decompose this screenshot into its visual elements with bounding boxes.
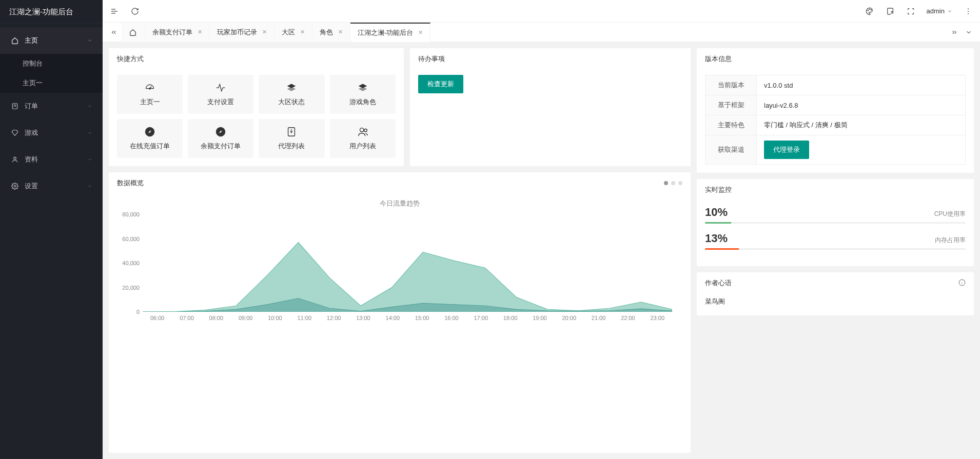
shortcut-stack[interactable]: 游戏角色	[330, 75, 396, 114]
version-value: layui-v2.6.8	[757, 95, 966, 115]
stack-icon	[285, 83, 298, 93]
shortcut-pulse[interactable]: 支付设置	[188, 75, 253, 114]
shortcuts-card: 快捷方式 主页一支付设置大区状态游戏角色在线充值订单余额支付订单代理列表用户列表	[109, 48, 404, 166]
fullscreen-icon[interactable]	[906, 7, 915, 16]
todo-card: 待办事项 检查更新	[410, 48, 691, 166]
tab-zone[interactable]: 大区✕	[275, 23, 312, 42]
chevron-down-icon	[87, 156, 92, 164]
dot[interactable]	[664, 181, 668, 185]
info-icon[interactable]	[958, 279, 966, 288]
monitor-card: 实时监控 10%CPU使用率13%内存占用率	[697, 179, 974, 266]
version-value: v1.0.0 std	[757, 75, 966, 95]
shortcut-label: 在线充值订单	[130, 142, 170, 151]
agent-login-button[interactable]: 代理登录	[764, 141, 809, 159]
shortcut-gauge[interactable]: 主页一	[117, 75, 183, 114]
svg-marker-19	[358, 87, 367, 91]
svg-marker-17	[287, 87, 296, 91]
close-icon[interactable]: ✕	[262, 29, 267, 35]
chevron-down-icon	[87, 183, 92, 190]
traffic-chart: 020,00040,00060,00080,000	[143, 214, 672, 312]
carousel-dots[interactable]	[664, 181, 682, 185]
stack-icon	[357, 83, 369, 93]
tabs-bar: 余额支付订单✕ 玩家加币记录✕ 大区✕ 角色✕ 江湖之澜-功能后台✕	[103, 23, 980, 42]
x-tick-label: 19:00	[525, 315, 554, 321]
x-tick-label: 09:00	[231, 315, 260, 321]
nav-sub-console[interactable]: 控制台	[0, 54, 103, 73]
monitor-label: 内存占用率	[935, 236, 966, 245]
version-key: 获取渠道	[705, 135, 757, 165]
x-tick-label: 17:00	[466, 315, 496, 321]
svg-point-26	[360, 128, 363, 131]
chart-title: 今日流量趋势	[117, 199, 682, 208]
nav-item-home[interactable]: 主页	[0, 27, 103, 54]
file-icon	[11, 103, 18, 110]
shortcut-label: 主页一	[140, 97, 160, 107]
svg-point-27	[364, 129, 367, 132]
home-icon	[129, 29, 136, 36]
x-tick-label: 23:00	[643, 315, 672, 321]
close-icon[interactable]: ✕	[198, 29, 202, 35]
card-title: 数据概览	[117, 178, 144, 188]
user-menu[interactable]: admin	[927, 7, 952, 15]
version-key: 主要特色	[705, 115, 757, 135]
tabs-menu-button[interactable]	[962, 23, 976, 42]
monitor-item: 10%CPU使用率	[705, 206, 966, 224]
users-icon	[357, 127, 369, 137]
close-icon[interactable]: ✕	[300, 29, 305, 35]
tab-home[interactable]	[121, 23, 145, 42]
dot[interactable]	[678, 181, 682, 185]
author-link[interactable]: 菜鸟阁	[697, 294, 974, 315]
version-key: 基于框架	[705, 95, 757, 115]
nav-label: 游戏	[25, 128, 38, 137]
dot[interactable]	[671, 181, 675, 185]
nav-sub-home1[interactable]: 主页一	[0, 73, 103, 93]
nav-item-profile[interactable]: 资料	[0, 146, 103, 173]
chevron-down-icon	[947, 9, 952, 14]
gauge-icon	[144, 83, 156, 93]
note-icon[interactable]	[886, 7, 895, 16]
y-tick-label: 80,000	[117, 211, 140, 217]
shortcut-compass[interactable]: 余额支付订单	[188, 119, 253, 158]
shortcut-label: 游戏角色	[349, 97, 376, 107]
nav-item-game[interactable]: 游戏	[0, 119, 103, 146]
card-title: 快捷方式	[109, 48, 404, 70]
shortcut-compass[interactable]: 在线充值订单	[117, 119, 183, 158]
nav-item-orders[interactable]: 订单	[0, 93, 103, 119]
card-title: 版本信息	[697, 48, 974, 70]
y-tick-label: 60,000	[117, 236, 140, 242]
x-tick-label: 21:00	[584, 315, 613, 321]
svg-point-12	[968, 11, 969, 12]
x-tick-label: 12:00	[319, 315, 348, 321]
theme-icon[interactable]	[865, 7, 874, 16]
diamond-icon	[11, 129, 18, 136]
nav-item-settings[interactable]: 设置	[0, 173, 103, 199]
nav-label: 主页	[25, 36, 38, 45]
tab-dashboard[interactable]: 江湖之澜-功能后台✕	[350, 23, 430, 42]
home-icon	[11, 37, 18, 44]
x-tick-label: 10:00	[260, 315, 289, 321]
tab-player-coin[interactable]: 玩家加币记录✕	[210, 23, 275, 42]
menu-toggle-icon[interactable]	[110, 7, 119, 16]
tab-balance-orders[interactable]: 余额支付订单✕	[145, 23, 210, 42]
x-tick-label: 08:00	[202, 315, 231, 321]
shortcut-doc[interactable]: 代理列表	[259, 119, 324, 158]
check-update-button[interactable]: 检查更新	[418, 75, 463, 93]
refresh-icon[interactable]	[130, 7, 140, 16]
more-icon[interactable]	[964, 7, 973, 16]
card-title: 作者心语	[705, 278, 732, 288]
chevron-up-icon	[87, 37, 92, 45]
shortcut-label: 大区状态	[278, 97, 305, 107]
pulse-icon	[214, 83, 227, 93]
svg-rect-24	[288, 127, 295, 136]
svg-point-9	[869, 9, 869, 9]
tab-role[interactable]: 角色✕	[312, 23, 350, 42]
y-tick-label: 20,000	[117, 285, 140, 291]
close-icon[interactable]: ✕	[418, 29, 423, 36]
tabs-prev-button[interactable]	[107, 23, 121, 42]
shortcut-stack[interactable]: 大区状态	[259, 75, 324, 114]
tabs-next-button[interactable]	[947, 23, 962, 42]
svg-point-8	[868, 10, 868, 11]
shortcut-users[interactable]: 用户列表	[330, 119, 396, 158]
close-icon[interactable]: ✕	[338, 29, 343, 35]
svg-point-10	[871, 9, 871, 10]
